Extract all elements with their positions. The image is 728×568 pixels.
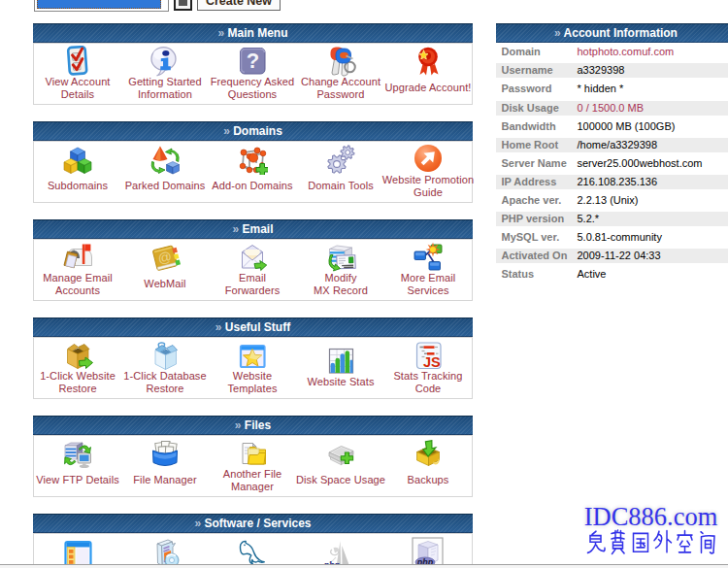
svg-text:JS: JS [423, 354, 441, 370]
svg-text:?: ? [247, 49, 259, 73]
